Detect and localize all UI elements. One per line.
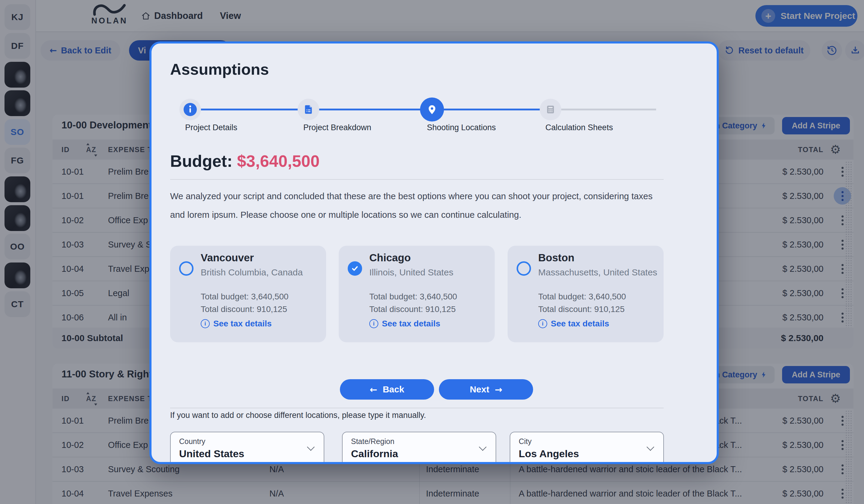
location-checkbox[interactable] <box>517 261 531 276</box>
modal-description: We analyzed your script and concluded th… <box>170 187 664 224</box>
location-total-budget: Total budget: 3,640,500 <box>369 292 457 301</box>
location-total-discount: Total discount: 910,125 <box>369 304 456 314</box>
pin-icon <box>420 97 444 121</box>
location-card-vancouver[interactable]: Vancouver British Columbia, Canada Total… <box>170 246 326 342</box>
location-card-boston[interactable]: Boston Massachusetts, United States Tota… <box>507 246 664 342</box>
see-tax-details-link[interactable]: See tax details <box>369 319 440 328</box>
chevron-down-icon <box>307 443 314 451</box>
next-button[interactable]: Next → <box>439 379 533 400</box>
info-icon <box>201 319 210 328</box>
location-region: Massachusetts, United States <box>538 267 657 277</box>
step-label: Project Details <box>185 123 237 132</box>
budget-value: $3,640,500 <box>237 152 320 170</box>
stepper-line-complete <box>190 109 551 110</box>
modal-title: Assumptions <box>170 60 269 78</box>
arrow-left-icon: ← <box>370 384 377 395</box>
step-label: Calculation Sheets <box>545 123 613 132</box>
assumptions-modal: Assumptions Project Details Project Brea… <box>149 41 719 464</box>
step-label: Project Breakdown <box>303 123 371 132</box>
app-root: NOLAN Dashboard View + Start New Project… <box>0 0 864 504</box>
arrow-right-icon: → <box>495 384 502 395</box>
location-city: Vancouver <box>201 252 254 264</box>
city-select[interactable]: City Los Angeles <box>510 432 664 464</box>
chevron-down-icon <box>479 443 486 451</box>
select-label: Country <box>179 437 205 446</box>
see-tax-details-link[interactable]: See tax details <box>201 319 272 328</box>
select-value: United States <box>179 448 244 459</box>
location-card-chicago[interactable]: Chicago Illinois, United States Total bu… <box>339 246 495 342</box>
location-total-budget: Total budget: 3,640,500 <box>538 292 626 301</box>
select-label: City <box>519 437 531 446</box>
see-tax-details-link[interactable]: See tax details <box>538 319 609 328</box>
select-value: California <box>351 448 398 459</box>
divider <box>170 408 664 408</box>
calculator-icon <box>540 99 561 120</box>
back-button[interactable]: ← Back <box>340 379 434 400</box>
step-label: Shooting Locations <box>427 123 496 132</box>
select-value: Los Angeles <box>519 448 579 459</box>
check-icon <box>350 264 359 273</box>
manual-location-note: If you want to add or choose different l… <box>170 411 426 420</box>
location-total-budget: Total budget: 3,640,500 <box>201 292 289 301</box>
info-icon <box>538 319 547 328</box>
info-icon <box>369 319 378 328</box>
budget-heading: Budget: $3,640,500 <box>170 152 320 171</box>
location-total-discount: Total discount: 910,125 <box>538 304 625 314</box>
stepper-line-remaining <box>551 109 656 110</box>
location-region: British Columbia, Canada <box>201 267 303 277</box>
location-city: Boston <box>538 252 575 264</box>
chevron-down-icon <box>647 443 654 451</box>
info-icon <box>179 99 201 120</box>
document-icon <box>298 99 319 120</box>
location-region: Illinois, United States <box>369 267 453 277</box>
location-total-discount: Total discount: 910,125 <box>201 304 287 314</box>
select-label: State/Region <box>351 437 395 446</box>
divider <box>170 179 664 180</box>
country-select[interactable]: Country United States <box>170 432 324 464</box>
state-region-select[interactable]: State/Region California <box>342 432 496 464</box>
location-checkbox[interactable] <box>179 261 193 276</box>
location-checkbox[interactable] <box>348 261 362 276</box>
location-city: Chicago <box>369 252 411 264</box>
